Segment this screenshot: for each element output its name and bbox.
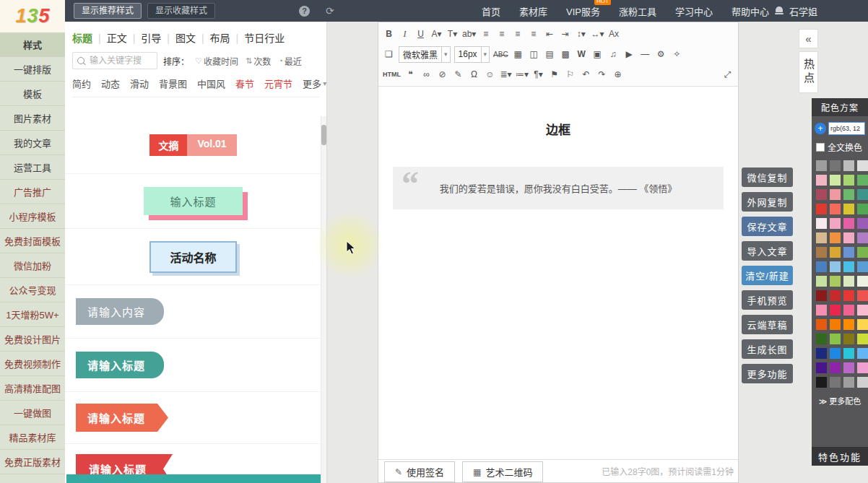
- color-swatch[interactable]: [857, 232, 868, 243]
- color-swatch[interactable]: [857, 261, 868, 272]
- external-copy-button[interactable]: 外网复制: [742, 192, 793, 212]
- style-item-orange-ribbon[interactable]: 请输入标题: [65, 392, 321, 444]
- font-size-select[interactable]: 16px ▾: [454, 46, 490, 63]
- add-color-button[interactable]: +: [815, 123, 826, 134]
- color-swatch[interactable]: [830, 261, 841, 272]
- sort-by-count[interactable]: ⇅ 次数: [246, 55, 271, 67]
- color-swatch[interactable]: [830, 319, 841, 330]
- filter-lantern-festival[interactable]: 元宵节: [264, 77, 292, 90]
- color-swatch[interactable]: [857, 204, 868, 214]
- color-swatch[interactable]: [857, 160, 868, 171]
- style-item-partial[interactable]: [66, 474, 321, 483]
- flag-outline-icon[interactable]: ⚐: [563, 67, 578, 82]
- color-swatch[interactable]: [857, 305, 868, 316]
- tab-guide[interactable]: 引导: [127, 30, 162, 45]
- color-swatch[interactable]: [816, 348, 827, 359]
- word-import-icon[interactable]: W: [574, 47, 589, 62]
- color-swatch[interactable]: [857, 276, 868, 287]
- color-swatch[interactable]: [816, 305, 827, 316]
- link-icon[interactable]: ∞: [419, 67, 434, 82]
- color-swatch[interactable]: [843, 189, 854, 200]
- table-icon[interactable]: ▦: [511, 47, 526, 62]
- color-swatch[interactable]: [816, 189, 827, 200]
- new-doc-icon[interactable]: ❏: [381, 47, 396, 62]
- show-recommended-styles-button[interactable]: 显示推荐样式: [74, 3, 142, 19]
- font-family-select[interactable]: 微软雅黑 ▾: [399, 46, 451, 63]
- cloud-draft-button[interactable]: 云端草稿: [742, 315, 793, 334]
- tab-title[interactable]: 标题: [72, 30, 92, 45]
- color-swatch[interactable]: [843, 232, 854, 243]
- color-swatch[interactable]: [843, 319, 854, 330]
- color-swatch[interactable]: [830, 218, 841, 229]
- color-swatch[interactable]: [843, 175, 854, 186]
- color-swatch[interactable]: [816, 204, 827, 214]
- app-logo[interactable]: 1 3 5: [0, 0, 65, 32]
- color-swatch[interactable]: [843, 377, 854, 388]
- color-swatch[interactable]: [816, 160, 827, 171]
- tab-body[interactable]: 正文: [92, 30, 127, 45]
- use-signature-button[interactable]: ✎ 使用签名: [384, 461, 455, 482]
- nav-home[interactable]: 首页: [482, 4, 500, 18]
- color-swatch[interactable]: [843, 362, 854, 373]
- color-swatch[interactable]: [830, 175, 841, 186]
- redo-icon[interactable]: ↷: [594, 67, 609, 82]
- special-char-icon[interactable]: Ω: [466, 67, 482, 82]
- italic-icon[interactable]: I: [397, 27, 412, 42]
- color-swatch[interactable]: [843, 348, 854, 359]
- style-item-teal-badge[interactable]: 请输入标题: [65, 339, 321, 392]
- style-item-gray-badge[interactable]: 请输入内容: [65, 285, 321, 339]
- quote-block[interactable]: “ 我们的爱若是错误，愿你我没有白白受苦。—— 《领悟》: [393, 167, 724, 209]
- sidebar-item-one-click-layout[interactable]: 一键排版: [0, 57, 65, 82]
- nav-vip[interactable]: VIP服务 HOT: [566, 4, 600, 18]
- import-article-button[interactable]: 导入文章: [742, 241, 793, 261]
- sidebar-item-image-assets[interactable]: 图片素材: [0, 106, 65, 131]
- color-swatch[interactable]: [857, 290, 868, 301]
- style-item-mint-title[interactable]: 输入标题: [65, 174, 321, 229]
- nav-help[interactable]: 帮助中心: [732, 4, 769, 18]
- color-swatch[interactable]: [816, 362, 827, 373]
- collapse-panel-button[interactable]: «: [799, 29, 818, 48]
- letter-spacing-icon[interactable]: ↔▾: [589, 27, 605, 42]
- sidebar-item-hd-images[interactable]: 高清精准配图: [0, 376, 65, 401]
- color-swatch[interactable]: [816, 334, 827, 344]
- fullscreen-icon[interactable]: ⤢: [720, 67, 735, 82]
- highlight-color-icon[interactable]: ab▾: [461, 27, 477, 42]
- clear-format-icon[interactable]: Ax: [606, 27, 621, 42]
- sidebar-item-ad-promotion[interactable]: 广告推广: [0, 180, 65, 204]
- font-color-icon[interactable]: A▾: [429, 27, 444, 42]
- full-recolor-option[interactable]: 全文换色: [812, 136, 868, 155]
- sort-by-favorite-time[interactable]: ♡ 收藏时间: [195, 55, 238, 67]
- font-size-icon[interactable]: T▾: [445, 27, 460, 42]
- color-swatch[interactable]: [857, 377, 868, 388]
- phone-preview-button[interactable]: 手机预览: [742, 290, 793, 310]
- indent-icon[interactable]: ⇥: [557, 27, 573, 42]
- color-swatch[interactable]: [830, 160, 841, 171]
- line-height-icon[interactable]: ↕▾: [573, 27, 589, 42]
- filter-more[interactable]: 更多 ▾: [303, 77, 326, 90]
- hot-spot-tab[interactable]: 热点: [799, 51, 818, 93]
- paragraph-icon[interactable]: ¶▾: [531, 67, 546, 82]
- color-swatch[interactable]: [843, 160, 854, 171]
- color-swatch[interactable]: [857, 247, 868, 258]
- emoji-icon[interactable]: ☺: [482, 67, 498, 82]
- filter-background[interactable]: 背景图: [159, 77, 187, 90]
- sidebar-item-free-licensed-assets[interactable]: 免费正版素材: [0, 450, 65, 474]
- color-swatch[interactable]: [830, 377, 841, 388]
- sidebar-item-free-video[interactable]: 免费视频制作: [0, 352, 65, 376]
- align-right-icon[interactable]: ≡: [510, 27, 525, 42]
- sidebar-item-styles[interactable]: 样式: [0, 32, 65, 57]
- sidebar-item-premium-assets[interactable]: 精品素材库: [0, 425, 65, 450]
- strikethrough-icon[interactable]: ABC: [492, 47, 510, 62]
- filter-chinese-style[interactable]: 中国风: [197, 77, 225, 90]
- magic-wand-icon[interactable]: ✧: [669, 47, 685, 62]
- color-swatch[interactable]: [830, 189, 841, 200]
- scrollbar-thumb[interactable]: [321, 125, 326, 145]
- unlink-icon[interactable]: ⊘: [435, 67, 450, 82]
- color-swatch[interactable]: [816, 377, 827, 388]
- wechat-copy-button[interactable]: 微信复制: [742, 167, 793, 187]
- color-swatch[interactable]: [843, 290, 854, 301]
- gallery-icon[interactable]: ▣: [590, 47, 605, 62]
- html-icon[interactable]: HTML: [381, 67, 402, 82]
- sidebar-item-free-design[interactable]: 免费设计图片: [0, 327, 65, 352]
- nav-assets[interactable]: 素材库: [519, 4, 547, 18]
